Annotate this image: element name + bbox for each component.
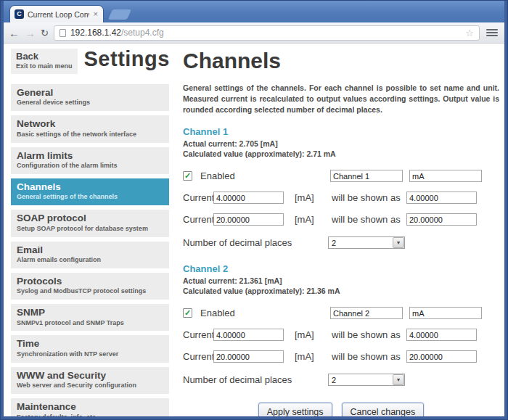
close-tab-icon[interactable]: ×	[93, 10, 99, 18]
current-label: Current	[183, 329, 213, 340]
chevron-down-icon[interactable]: ▾	[393, 374, 404, 385]
channel-1-enabled-row: ✓ Enabled	[183, 170, 499, 182]
cancel-changes-button[interactable]: Cancel changes	[342, 403, 425, 416]
channel-1-decimals-select[interactable]: 2 ▾	[328, 236, 405, 249]
channel-2-title: Channel 2	[183, 263, 499, 274]
channel-2-decimals-select[interactable]: 2 ▾	[328, 374, 405, 386]
sidebar-item-label: Protocols	[17, 276, 163, 287]
will-be-shown-as-label: will be shown as	[332, 214, 406, 225]
browser-toolbar: ← → ↻ 192.168.1.42/setup4.cfg ☆	[4, 22, 504, 44]
select-value: 2	[329, 376, 336, 384]
current-label: Current	[183, 351, 213, 362]
channel-1-actual-current: Actual current: 2.705 [mA]	[183, 139, 499, 149]
sidebar-item-soap-protocol[interactable]: SOAP protocol Setup SOAP protocol for da…	[11, 210, 169, 236]
sidebar-item-subtitle: Factory defaults, info, etc.	[17, 413, 163, 416]
browser-window: C Current Loop Converter × ← → ↻ 192.168…	[0, 0, 508, 420]
channel-2-current-low-input[interactable]	[213, 329, 284, 341]
will-be-shown-as-label: will be shown as	[332, 192, 406, 203]
channel-1-title: Channel 1	[183, 126, 499, 137]
will-be-shown-as-label: will be shown as	[332, 329, 406, 340]
menu-icon[interactable]	[485, 28, 499, 38]
back-button[interactable]: Back Exit to main menu	[11, 49, 78, 74]
sidebar-menu: General General device settings Network …	[11, 84, 169, 416]
channel-1-calculated-value: Calculated value (approximately): 2.71 m…	[183, 149, 499, 159]
channel-2-current-low-row: Current [mA] will be shown as	[183, 329, 499, 341]
channel-2-enabled-checkbox[interactable]: ✓	[183, 308, 192, 318]
check-icon: ✓	[184, 309, 191, 317]
channel-2-shown-low-input[interactable]	[406, 329, 477, 341]
sidebar-item-maintenance[interactable]: Maintenance Factory defaults, info, etc.	[11, 398, 169, 416]
unit-label: [mA]	[288, 214, 332, 225]
sidebar-item-label: Alarm limits	[17, 150, 163, 162]
channel-2-calculated-value: Calculated value (approximately): 21.36 …	[183, 286, 499, 296]
sidebar-item-subtitle: Syslog and ModbusTCP protocol settings	[17, 287, 163, 295]
back-button-label: Back	[16, 52, 73, 62]
reload-icon[interactable]: ↻	[41, 28, 49, 38]
sidebar-item-subtitle: General settings of the channels	[17, 193, 163, 201]
channel-1-shown-low-input[interactable]	[406, 192, 477, 204]
sidebar-item-subtitle: SNMPv1 protocol and SNMP Traps	[17, 319, 163, 327]
channel-2-decimals-row: Number of decimal places 2 ▾	[183, 374, 499, 386]
channel-2-enabled-row: ✓ Enabled	[183, 307, 499, 319]
enabled-label: Enabled	[200, 308, 330, 318]
channel-2-current-high-input[interactable]	[213, 350, 284, 363]
sidebar-item-label: Email	[17, 244, 163, 256]
channel-1-decimals-row: Number of decimal places 2 ▾	[183, 236, 499, 249]
settings-heading: Settings	[84, 47, 170, 71]
channel-2-unit-input[interactable]	[409, 307, 482, 319]
page-content: Back Exit to main menu Settings General …	[4, 44, 504, 416]
check-icon: ✓	[184, 172, 191, 180]
channel-1-name-input[interactable]	[330, 170, 403, 182]
channel-2-shown-high-input[interactable]	[406, 350, 477, 363]
sidebar: Back Exit to main menu Settings General …	[11, 49, 169, 416]
channel-2-name-input[interactable]	[330, 307, 403, 319]
url-path: /setup4.cfg	[121, 28, 164, 38]
channel-1-current-high-input[interactable]	[213, 213, 284, 226]
unit-label: [mA]	[288, 351, 332, 362]
sidebar-item-general[interactable]: General General device settings	[11, 84, 169, 111]
channel-2-current-high-row: Current [mA] will be shown as	[183, 350, 499, 363]
sidebar-item-subtitle: Web server and Security configuration	[17, 382, 163, 390]
sidebar-header: Back Exit to main menu Settings	[11, 49, 169, 74]
enabled-label: Enabled	[200, 170, 330, 181]
sidebar-item-label: Network	[17, 118, 163, 130]
sidebar-item-label: WWW and Security	[17, 370, 163, 382]
page-description: General settings of the channels. For ea…	[183, 83, 499, 116]
page-title: Channels	[183, 49, 499, 73]
channel-1-section: Channel 1 Actual current: 2.705 [mA] Cal…	[183, 126, 499, 249]
favicon-icon: C	[15, 9, 24, 19]
sidebar-item-channels[interactable]: Channels General settings of the channel…	[11, 178, 169, 205]
sidebar-item-subtitle: Basic settings of the network interface	[17, 131, 163, 139]
channel-1-shown-high-input[interactable]	[406, 213, 477, 226]
sidebar-item-www-security[interactable]: WWW and Security Web server and Security…	[11, 367, 169, 394]
sidebar-item-email[interactable]: Email Alarm emails configuration	[11, 242, 169, 268]
current-label: Current	[183, 214, 213, 225]
tab-title: Current Loop Converter	[28, 10, 89, 19]
page-icon[interactable]	[60, 29, 66, 37]
current-label: Current	[183, 192, 213, 203]
sidebar-item-time[interactable]: Time Synchronization with NTP server	[11, 335, 169, 362]
sidebar-item-subtitle: Alarm emails configuration	[17, 256, 163, 264]
bookmark-star-icon[interactable]: ☆	[465, 28, 474, 38]
sidebar-item-snmp[interactable]: SNMP SNMPv1 protocol and SNMP Traps	[11, 304, 169, 331]
form-buttons: Apply settings Cancel changes	[183, 403, 499, 416]
channel-2-section: Channel 2 Actual current: 21.361 [mA] Ca…	[183, 263, 499, 386]
forward-icon[interactable]: →	[25, 28, 36, 38]
sidebar-item-alarm-limits[interactable]: Alarm limits Configuration of the alarm …	[11, 147, 169, 174]
channel-1-current-high-row: Current [mA] will be shown as	[183, 213, 499, 226]
chevron-down-icon[interactable]: ▾	[393, 237, 404, 248]
sidebar-item-label: Channels	[17, 181, 163, 193]
sidebar-item-protocols[interactable]: Protocols Syslog and ModbusTCP protocol …	[11, 273, 169, 300]
sidebar-item-network[interactable]: Network Basic settings of the network in…	[11, 115, 169, 142]
channel-1-unit-input[interactable]	[409, 170, 482, 182]
address-bar[interactable]: 192.168.1.42/setup4.cfg ☆	[54, 25, 480, 41]
select-value: 2	[329, 239, 336, 247]
browser-tab[interactable]: C Current Loop Converter ×	[9, 5, 104, 22]
back-icon[interactable]: ←	[9, 28, 20, 38]
channel-1-enabled-checkbox[interactable]: ✓	[183, 171, 192, 181]
decimals-label: Number of decimal places	[183, 374, 328, 385]
new-tab-button[interactable]	[108, 9, 131, 20]
channel-1-current-low-input[interactable]	[213, 192, 284, 204]
url-text[interactable]: 192.168.1.42/setup4.cfg	[70, 28, 164, 38]
apply-settings-button[interactable]: Apply settings	[258, 403, 332, 416]
